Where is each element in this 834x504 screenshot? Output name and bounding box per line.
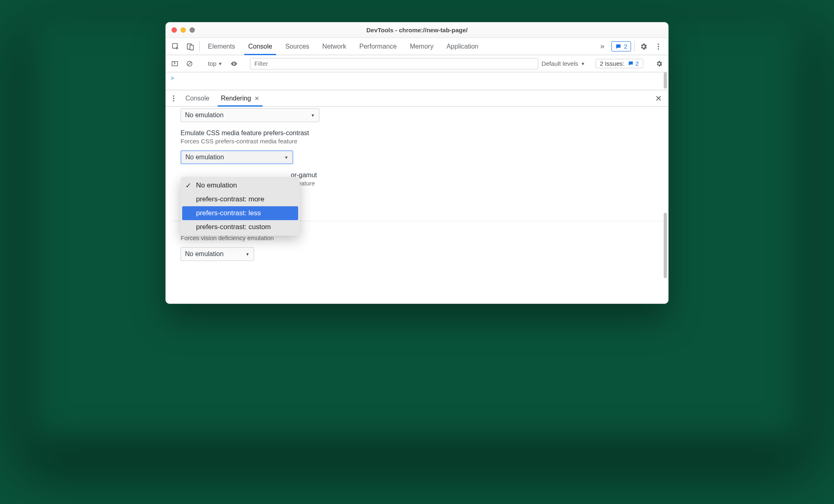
kebab-menu-icon[interactable] <box>167 90 180 106</box>
svg-line-8 <box>188 62 192 65</box>
option-contrast-more[interactable]: ✓ prefers-contrast: more <box>181 192 300 206</box>
tab-label: Sources <box>285 43 309 50</box>
window-title: DevTools - chrome://new-tab-page/ <box>166 27 668 33</box>
check-icon: ✓ <box>185 181 192 190</box>
context-label: top <box>208 60 216 67</box>
main-tabs: Elements Console Sources Network Perform… <box>166 38 668 55</box>
tab-sources[interactable]: Sources <box>279 38 316 55</box>
svg-point-3 <box>658 43 659 45</box>
scrollbar-thumb[interactable] <box>664 213 667 278</box>
toggle-sidebar-icon[interactable] <box>169 58 181 69</box>
levels-label: Default levels <box>542 60 578 67</box>
devtools-window: DevTools - chrome://new-tab-page/ Elemen… <box>165 22 669 304</box>
tabs-overflow-icon[interactable]: » <box>595 38 610 55</box>
gear-icon[interactable] <box>653 58 665 69</box>
section-title-tail: or-gamut <box>291 172 653 179</box>
clear-console-icon[interactable] <box>184 58 195 69</box>
tab-label: Performance <box>359 43 397 50</box>
drawer-tab-console[interactable]: Console <box>180 90 215 106</box>
levels-selector[interactable]: Default levels ▼ <box>542 60 585 67</box>
issues-button[interactable]: 2 Issues: 2 <box>595 59 643 68</box>
tab-label: Console <box>185 95 210 102</box>
select-value: No emulation <box>185 250 223 258</box>
tab-performance[interactable]: Performance <box>353 38 404 55</box>
option-label: prefers-contrast: less <box>196 209 261 217</box>
section-subtitle-tail: a feature <box>291 180 653 187</box>
tab-application[interactable]: Application <box>440 38 485 55</box>
svg-point-4 <box>658 46 659 47</box>
tab-label: Network <box>322 43 346 50</box>
tab-label: Console <box>248 43 272 50</box>
console-prompt: > <box>171 75 174 81</box>
close-tab-icon[interactable]: ✕ <box>254 95 259 102</box>
rendering-panel: No emulation ▼ Emulate CSS media feature… <box>166 107 668 303</box>
comments-count: 2 <box>624 43 627 50</box>
tab-network[interactable]: Network <box>316 38 353 55</box>
live-expression-icon[interactable] <box>228 58 240 69</box>
device-toolbar-icon[interactable] <box>183 38 198 55</box>
titlebar: DevTools - chrome://new-tab-page/ <box>166 22 668 38</box>
tab-label: Memory <box>410 43 433 50</box>
filter-input[interactable] <box>250 58 538 69</box>
inspect-element-icon[interactable] <box>168 38 183 55</box>
select-vision-deficiency[interactable]: No emulation ▼ <box>181 247 254 261</box>
divider <box>634 41 635 51</box>
dropdown-prefers-contrast[interactable]: ✓ No emulation ✓ prefers-contrast: more … <box>181 177 300 236</box>
caret-down-icon: ▼ <box>581 61 585 66</box>
main-tab-list: Elements Console Sources Network Perform… <box>201 38 485 55</box>
comments-badge[interactable]: 2 <box>611 41 631 51</box>
context-selector[interactable]: top ▼ <box>205 60 225 67</box>
scrollbar-thumb[interactable] <box>664 72 667 89</box>
option-label: prefers-contrast: custom <box>196 223 271 231</box>
select-no-emulation-top[interactable]: No emulation ▼ <box>181 108 319 122</box>
tab-label: Application <box>446 43 478 50</box>
option-label: No emulation <box>196 181 237 190</box>
issues-label: 2 Issues: <box>600 60 624 67</box>
tab-elements[interactable]: Elements <box>201 38 242 55</box>
option-contrast-custom[interactable]: ✓ prefers-contrast: custom <box>181 220 300 234</box>
divider <box>199 41 200 51</box>
svg-point-11 <box>173 98 174 99</box>
kebab-menu-icon[interactable] <box>651 38 666 55</box>
drawer-tabs: Console Rendering ✕ ✕ <box>166 90 668 107</box>
svg-point-9 <box>233 63 234 64</box>
caret-down-icon: ▼ <box>284 155 288 160</box>
caret-down-icon: ▼ <box>218 61 223 66</box>
select-value: No emulation <box>185 112 223 119</box>
svg-point-12 <box>173 100 174 101</box>
section-title: Emulate CSS media feature prefers-contra… <box>181 129 653 137</box>
tab-memory[interactable]: Memory <box>403 38 440 55</box>
close-drawer-icon[interactable]: ✕ <box>650 90 667 106</box>
caret-down-icon: ▼ <box>311 113 315 118</box>
section-subtitle: Forces CSS prefers-contrast media featur… <box>181 138 653 145</box>
option-label: prefers-contrast: more <box>196 195 264 203</box>
console-body[interactable]: > <box>166 72 668 90</box>
tab-console[interactable]: Console <box>242 38 279 55</box>
svg-point-10 <box>173 95 174 96</box>
tab-label: Rendering <box>221 95 251 102</box>
tab-label: Elements <box>208 43 235 50</box>
issues-count: 2 <box>636 60 639 67</box>
filter-field[interactable] <box>250 58 538 69</box>
issues-chip: 2 <box>628 60 639 67</box>
svg-rect-2 <box>190 45 193 50</box>
gear-icon[interactable] <box>636 38 651 55</box>
section-prefers-contrast: Emulate CSS media feature prefers-contra… <box>166 127 668 169</box>
caret-down-icon: ▼ <box>245 252 250 256</box>
option-contrast-less[interactable]: ✓ prefers-contrast: less <box>182 206 298 220</box>
svg-point-5 <box>658 48 659 49</box>
drawer-tab-rendering[interactable]: Rendering ✕ <box>215 90 265 106</box>
select-value: No emulation <box>185 154 224 161</box>
console-toolbar: top ▼ Default levels ▼ 2 Issues: 2 <box>166 55 668 72</box>
select-prefers-contrast[interactable]: No emulation ▼ <box>181 150 293 164</box>
option-no-emulation[interactable]: ✓ No emulation <box>181 178 300 192</box>
